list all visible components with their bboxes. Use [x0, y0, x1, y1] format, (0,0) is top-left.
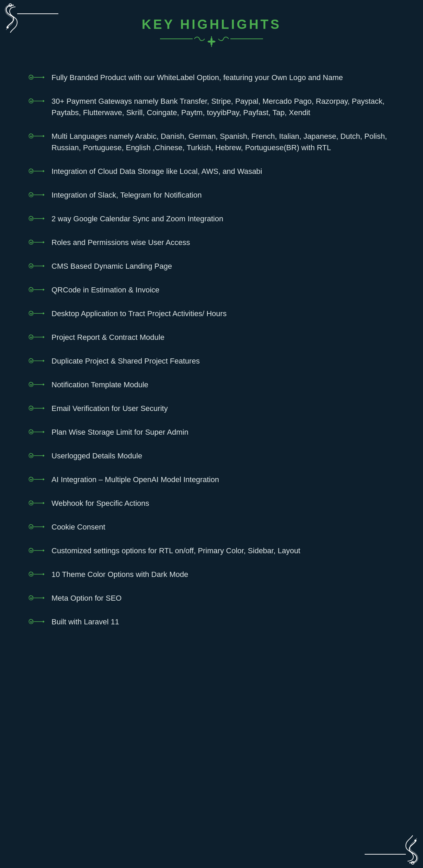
bullet-icon	[27, 380, 45, 389]
svg-point-78	[31, 479, 32, 480]
svg-point-34	[31, 218, 32, 219]
svg-point-42	[31, 265, 32, 266]
svg-marker-52	[43, 312, 44, 314]
item-text: 30+ Payment Gateways namely Bank Transfe…	[52, 96, 396, 118]
corner-bottom-right-decoration	[365, 827, 420, 865]
item-text: Project Report & Contract Module	[52, 332, 164, 343]
item-text: CMS Based Dynamic Landing Page	[52, 260, 172, 272]
item-text: Webhook for Specific Actions	[52, 498, 149, 509]
bullet-icon	[27, 131, 45, 141]
list-item: Built with Laravel 11	[27, 610, 396, 634]
bullet-icon	[27, 332, 45, 342]
svg-marker-16	[43, 76, 44, 78]
bullet-icon	[27, 73, 45, 82]
list-item: Duplicate Project & Shared Project Featu…	[27, 349, 396, 373]
list-item: Integration of Cloud Data Storage like L…	[27, 159, 396, 183]
list-item: Meta Option for SEO	[27, 586, 396, 610]
svg-marker-20	[43, 100, 44, 102]
svg-point-46	[31, 289, 32, 290]
svg-point-2	[7, 26, 9, 29]
bullet-icon	[27, 356, 45, 366]
svg-marker-40	[43, 241, 44, 243]
item-text: Email Verification for User Security	[52, 403, 168, 414]
svg-point-22	[31, 135, 32, 136]
svg-point-14	[31, 77, 32, 78]
bullet-icon	[27, 403, 45, 413]
item-text: Meta Option for SEO	[52, 592, 122, 604]
bullet-icon	[27, 261, 45, 271]
bullet-icon	[27, 427, 45, 437]
page-wrapper: KEY HIGHLIGHTS	[0, 0, 423, 868]
item-text: Integration of Cloud Data Storage like L…	[52, 166, 262, 177]
page-title: KEY HIGHLIGHTS	[21, 17, 402, 32]
bullet-icon	[27, 498, 45, 508]
svg-marker-84	[43, 502, 44, 504]
svg-point-30	[31, 194, 32, 195]
bullet-icon	[27, 617, 45, 626]
svg-point-26	[31, 170, 32, 171]
list-item: Notification Template Module	[27, 373, 396, 397]
svg-point-70	[31, 431, 32, 432]
svg-point-82	[31, 502, 32, 503]
list-item: 10 Theme Color Options with Dark Mode	[27, 563, 396, 586]
svg-point-66	[31, 408, 32, 409]
svg-point-102	[31, 621, 32, 622]
item-text: Fully Branded Product with our WhiteLabe…	[52, 72, 343, 83]
bullet-icon	[27, 285, 45, 294]
list-item: 30+ Payment Gateways namely Bank Transfe…	[27, 89, 396, 124]
svg-marker-48	[43, 289, 44, 291]
item-text: AI Integration – Multiple OpenAI Model I…	[52, 474, 219, 485]
svg-marker-96	[43, 573, 44, 575]
svg-marker-68	[43, 407, 44, 409]
item-text: Userlogged Details Module	[52, 450, 142, 461]
bullet-icon	[27, 96, 45, 106]
list-item: Fully Branded Product with our WhiteLabe…	[27, 66, 396, 89]
svg-point-58	[31, 360, 32, 361]
list-item: Project Report & Contract Module	[27, 325, 396, 349]
svg-point-90	[31, 550, 32, 551]
item-text: Integration of Slack, Telegram for Notif…	[52, 189, 202, 201]
svg-point-62	[31, 384, 32, 385]
list-item: Plan Wise Storage Limit for Super Admin	[27, 420, 396, 444]
item-text: Built with Laravel 11	[52, 616, 119, 627]
item-text: QRCode in Estimation & Invoice	[52, 284, 159, 296]
list-item: Integration of Slack, Telegram for Notif…	[27, 183, 396, 207]
item-text: 2 way Google Calendar Sync and Zoom Inte…	[52, 213, 223, 224]
svg-marker-28	[43, 170, 44, 172]
svg-marker-60	[43, 360, 44, 362]
svg-marker-88	[43, 526, 44, 528]
list-item: QRCode in Estimation & Invoice	[27, 278, 396, 302]
header-ornament	[21, 35, 402, 48]
list-item: CMS Based Dynamic Landing Page	[27, 254, 396, 278]
svg-point-74	[31, 455, 32, 456]
svg-point-50	[31, 313, 32, 314]
bullet-icon	[27, 593, 45, 603]
bullet-icon	[27, 166, 45, 176]
svg-marker-32	[43, 194, 44, 196]
bullet-icon	[27, 214, 45, 223]
corner-top-left-decoration	[3, 3, 58, 41]
svg-marker-92	[43, 549, 44, 552]
item-text: Notification Template Module	[52, 379, 148, 390]
item-text: Desktop Application to Tract Project Act…	[52, 308, 227, 319]
item-text: Multi Languages namely Arabic, Danish, G…	[52, 131, 396, 153]
bullet-icon	[27, 237, 45, 247]
svg-point-18	[31, 100, 32, 101]
svg-marker-24	[43, 135, 44, 137]
item-text: Plan Wise Storage Limit for Super Admin	[52, 426, 188, 438]
svg-marker-64	[43, 383, 44, 386]
svg-point-38	[31, 242, 32, 243]
list-item: Desktop Application to Tract Project Act…	[27, 302, 396, 325]
svg-marker-80	[43, 478, 44, 480]
svg-point-54	[31, 336, 32, 337]
list-item: Userlogged Details Module	[27, 444, 396, 468]
item-text: Duplicate Project & Shared Project Featu…	[52, 355, 200, 367]
svg-point-94	[31, 574, 32, 575]
svg-marker-56	[43, 336, 44, 338]
svg-point-98	[31, 597, 32, 598]
item-text: Customized settings options for RTL on/o…	[52, 545, 300, 556]
svg-marker-104	[43, 621, 44, 623]
bullet-icon	[27, 522, 45, 532]
item-text: Cookie Consent	[52, 521, 105, 533]
bullet-icon	[27, 546, 45, 555]
